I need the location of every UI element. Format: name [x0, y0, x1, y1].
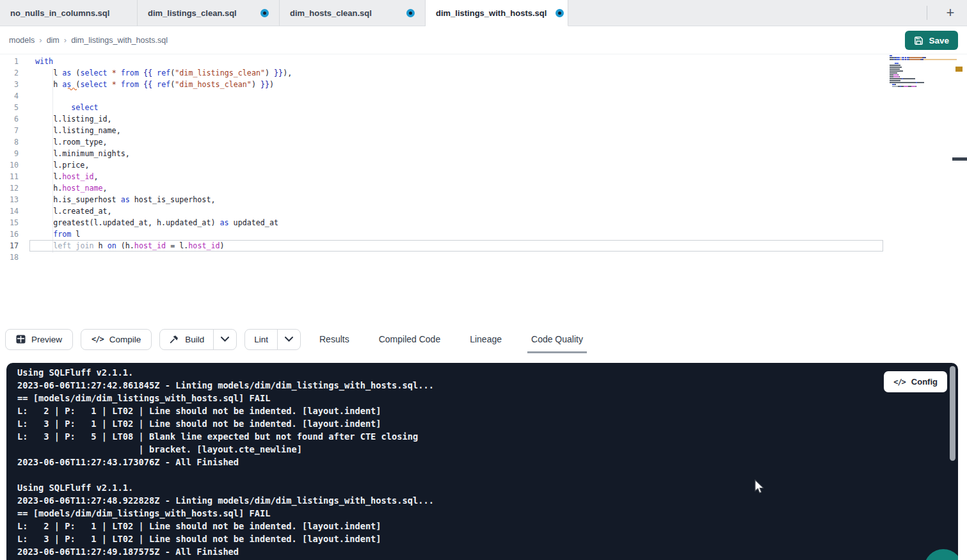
- line-number: 6: [0, 113, 19, 125]
- editor-line[interactable]: 2 l as (select * from {{ ref("dim_listin…: [0, 67, 967, 79]
- save-icon: [914, 36, 923, 45]
- panel-tab-results[interactable]: Results: [316, 325, 353, 353]
- editor-line[interactable]: 16 from l: [0, 228, 967, 240]
- minimap-line: [890, 59, 957, 60]
- editor-line[interactable]: 6 l.listing_id,: [0, 113, 967, 125]
- terminal-line: [17, 468, 936, 481]
- compile-button[interactable]: </> Compile: [81, 329, 152, 350]
- tab-label: dim_listings_with_hosts.sql: [436, 8, 547, 18]
- minimap-line: [890, 57, 957, 58]
- minimap-line: [890, 68, 957, 70]
- code-text: l.listing_id,: [35, 113, 112, 125]
- terminal-line: L: 2 | P: 1 | LT02 | Line should not be …: [17, 520, 936, 532]
- minimap-line: [890, 76, 957, 77]
- editor-line[interactable]: 9 l.minimum_nights,: [0, 148, 967, 159]
- terminal-line: 2023-06-06T11:27:42.861845Z - Linting mo…: [17, 379, 936, 392]
- line-number: 4: [0, 90, 19, 102]
- lint-button-label: Lint: [254, 335, 268, 344]
- dbt-ide-screen: no_nulls_in_columns.sqldim_listings_clea…: [0, 0, 967, 560]
- build-button[interactable]: Build: [160, 330, 213, 349]
- panel-tab-compiled-code[interactable]: Compiled Code: [375, 325, 445, 353]
- terminal-line: L: 3 | P: 1 | LT02 | Line should not be …: [17, 417, 936, 430]
- minimap-line: [890, 72, 957, 74]
- line-number: 8: [0, 136, 19, 148]
- panel-tab-lineage[interactable]: Lineage: [466, 325, 506, 353]
- action-toolbar: Preview </> Compile Build Lint: [0, 325, 967, 353]
- config-button[interactable]: </> Config: [884, 371, 947, 392]
- lint-button[interactable]: Lint: [245, 330, 277, 349]
- minimap-line: [890, 63, 957, 64]
- config-button-label: Config: [911, 377, 938, 387]
- terminal-line: == [models/dim/dim_listings_with_hosts.s…: [17, 392, 936, 404]
- editor-line[interactable]: 5 select: [0, 102, 967, 113]
- editor-line[interactable]: 7 l.listing_name,: [0, 125, 967, 136]
- editor-line[interactable]: 17 left join h on (h.host_id = l.host_id…: [0, 240, 967, 252]
- breadcrumb: models›dim›dim_listings_with_hosts.sql: [9, 26, 168, 54]
- editor-line[interactable]: 10 l.price,: [0, 159, 967, 171]
- minimap-line: [890, 65, 957, 66]
- unsaved-changes-icon[interactable]: [260, 9, 269, 17]
- compile-button-label: Compile: [109, 335, 141, 344]
- terminal-line: == [models/dim/dim_listings_with_hosts.s…: [17, 507, 936, 520]
- terminal-scrollbar[interactable]: [950, 366, 955, 461]
- line-number: 16: [0, 228, 19, 240]
- preview-button[interactable]: Preview: [5, 329, 73, 350]
- line-number: 14: [0, 205, 19, 217]
- tab-dim_listings_with_hosts-sql[interactable]: dim_listings_with_hosts.sql: [426, 0, 568, 26]
- save-button[interactable]: Save: [905, 31, 958, 50]
- tab-no_nulls_in_columns-sql[interactable]: no_nulls_in_columns.sql: [0, 0, 138, 26]
- table-grid-icon: [16, 335, 26, 344]
- code-text: l.room_type,: [35, 136, 108, 148]
- unsaved-changes-icon[interactable]: [406, 9, 415, 17]
- overview-warning-marker: [955, 67, 963, 72]
- terminal-line: 2023-06-06T11:27:49.187575Z - All Finish…: [17, 545, 936, 558]
- code-text: h.host_name,: [35, 182, 108, 194]
- results-panel-tabs: ResultsCompiled CodeLineageCode Quality: [316, 325, 587, 353]
- code-text: left join h on (h.host_id = l.host_id): [35, 240, 225, 252]
- build-dropdown-button[interactable]: [213, 330, 236, 349]
- terminal-panel: Using SQLFluff v2.1.1.2023-06-06T11:27:4…: [6, 363, 958, 560]
- editor-line[interactable]: 1with: [0, 56, 967, 67]
- code-icon: </>: [893, 378, 906, 387]
- panel-tab-code-quality[interactable]: Code Quality: [527, 325, 587, 353]
- code-text: greatest(l.updated_at, h.updated_at) as …: [35, 217, 278, 228]
- breadcrumb-bar: models›dim›dim_listings_with_hosts.sql S…: [0, 26, 967, 54]
- line-number: 11: [0, 171, 19, 182]
- editor-minimap[interactable]: [890, 55, 957, 90]
- tab-dim_listings_clean-sql[interactable]: dim_listings_clean.sql: [138, 0, 280, 26]
- editor-line[interactable]: 3 h as (select * from {{ ref("dim_hosts_…: [0, 79, 967, 90]
- minimap-line: [890, 67, 957, 68]
- editor-line[interactable]: 8 l.room_type,: [0, 136, 967, 148]
- terminal-line: | bracket. [layout.cte_newline]: [17, 443, 936, 456]
- overview-cursor-marker: [952, 157, 967, 161]
- tab-dim_hosts_clean-sql[interactable]: dim_hosts_clean.sql: [280, 0, 426, 26]
- editor-line[interactable]: 13 h.is_superhost as host_is_superhost,: [0, 194, 967, 205]
- lint-button-group: Lint: [244, 329, 301, 350]
- code-text: l as (select * from {{ ref("dim_listings…: [35, 67, 292, 79]
- editor-line[interactable]: 14 l.created_at,: [0, 205, 967, 217]
- minimap-line: [890, 55, 957, 56]
- breadcrumb-separator: ›: [64, 35, 67, 45]
- editor-line[interactable]: 15 greatest(l.updated_at, h.updated_at) …: [0, 217, 967, 228]
- terminal-line: L: 2 | P: 1 | LT02 | Line should not be …: [17, 404, 936, 417]
- terminal-line: Using SQLFluff v2.1.1.: [17, 366, 936, 379]
- editor-line[interactable]: 18: [0, 252, 967, 263]
- code-text: l.minimum_nights,: [35, 148, 130, 159]
- code-editor[interactable]: 1with2 l as (select * from {{ ref("dim_l…: [0, 54, 967, 325]
- code-text: l.price,: [35, 159, 89, 171]
- preview-button-label: Preview: [31, 335, 62, 344]
- line-number: 15: [0, 217, 19, 228]
- build-button-group: Build: [159, 329, 237, 350]
- editor-code-lines: 1with2 l as (select * from {{ ref("dim_l…: [0, 56, 967, 263]
- tab-label: dim_listings_clean.sql: [148, 8, 237, 18]
- minimap-line: [890, 84, 957, 85]
- editor-line[interactable]: 11 l.host_id,: [0, 171, 967, 182]
- lint-dropdown-button[interactable]: [277, 330, 300, 349]
- unsaved-changes-icon[interactable]: [555, 9, 564, 17]
- code-text: from l: [35, 228, 80, 240]
- code-text: select: [35, 102, 99, 113]
- editor-line[interactable]: 12 h.host_name,: [0, 182, 967, 194]
- line-number: 18: [0, 252, 19, 263]
- editor-line[interactable]: 4: [0, 90, 967, 102]
- new-tab-button[interactable]: +: [939, 1, 962, 24]
